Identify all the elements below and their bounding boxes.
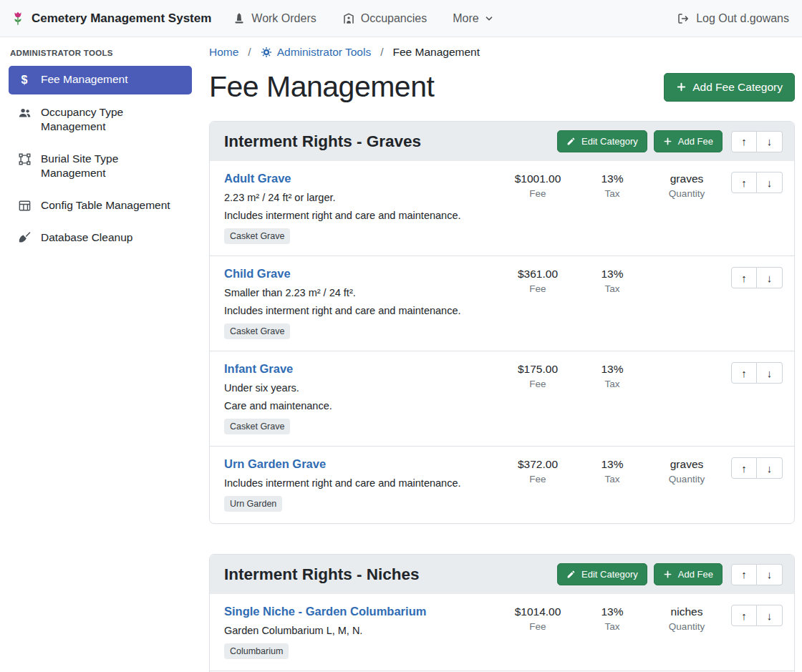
- move-fee-down-button[interactable]: ↓: [757, 267, 783, 288]
- category-title: Interment Rights - Graves: [224, 132, 551, 151]
- dollar-icon: $: [17, 73, 32, 87]
- edit-category-button[interactable]: Edit Category: [557, 130, 647, 152]
- fee-amount: $1014.00: [501, 605, 575, 618]
- categories: Interment Rights - GravesEdit CategoryAd…: [209, 121, 795, 672]
- move-fee-down-button[interactable]: ↓: [757, 362, 783, 384]
- breadcrumb-separator: /: [248, 46, 251, 59]
- sidebar-item-occupancy-type-management[interactable]: Occupancy Type Management: [9, 99, 192, 141]
- logout-label: Log Out d.gowans: [696, 12, 789, 25]
- nav-work-orders[interactable]: Work Orders: [233, 12, 316, 25]
- fee-type-badge: Columbarium: [224, 643, 289, 659]
- fee-tax-label: Tax: [575, 474, 649, 484]
- move-fee-up-button[interactable]: ↑: [731, 267, 757, 288]
- add-fee-category-label: Add Fee Category: [692, 81, 783, 94]
- sidebar-item-label: Database Cleanup: [41, 230, 132, 245]
- fee-row-infant-grave: Infant GraveUnder six years.Care and mai…: [210, 351, 794, 446]
- breadcrumb-admin-tools[interactable]: Administrator Tools: [261, 46, 372, 59]
- arrow-down-icon: ↓: [767, 367, 773, 379]
- fee-name-link[interactable]: Infant Grave: [224, 362, 293, 376]
- move-category-up-button[interactable]: ↑: [731, 564, 757, 585]
- fee-name-link[interactable]: Child Grave: [224, 267, 291, 281]
- fee-reorder-controls: ↑↓: [731, 605, 783, 626]
- arrow-down-icon: ↓: [767, 568, 773, 580]
- edit-category-button[interactable]: Edit Category: [557, 563, 647, 585]
- sidebar-item-database-cleanup[interactable]: Database Cleanup: [9, 224, 192, 252]
- sidebar-item-burial-site-type-management[interactable]: Burial Site Type Management: [9, 145, 192, 188]
- fee-tax: 13%: [575, 605, 649, 618]
- add-fee-category-button[interactable]: Add Fee Category: [664, 73, 795, 102]
- broom-icon: [17, 231, 32, 245]
- fee-name-link[interactable]: Urn Garden Grave: [224, 457, 326, 471]
- category-title: Interment Rights - Niches: [224, 565, 551, 584]
- app-title: Cemetery Management System: [32, 11, 211, 26]
- arrow-up-icon: ↑: [741, 177, 747, 189]
- fee-quantity-col: [649, 362, 724, 366]
- edit-category-label: Edit Category: [581, 569, 638, 580]
- move-fee-up-button[interactable]: ↑: [731, 605, 757, 626]
- arrow-down-icon: ↓: [767, 177, 773, 189]
- fee-row-child-grave: Child GraveSmaller than 2.23 m² / 24 ft²…: [210, 255, 794, 351]
- move-fee-up-button[interactable]: ↑: [731, 362, 757, 384]
- arrow-down-icon: ↓: [767, 610, 773, 622]
- fee-tax: 13%: [575, 268, 649, 281]
- fee-name-link[interactable]: Single Niche - Garden Columbarium: [224, 605, 426, 618]
- person-shelter-icon: [342, 12, 355, 25]
- fee-amount-label: Fee: [501, 188, 575, 199]
- arrow-down-icon: ↓: [767, 135, 773, 147]
- fee-quantity-label: Quantity: [649, 621, 724, 632]
- chevron-down-icon: [485, 14, 493, 23]
- move-category-down-button[interactable]: ↓: [757, 131, 783, 152]
- fee-tax: 13%: [575, 172, 649, 185]
- nav-work-orders-label: Work Orders: [251, 12, 316, 25]
- fee-amount-col: $1014.00Fee: [501, 605, 575, 632]
- fee-category-card-interment-rights-niches: Interment Rights - NichesEdit CategoryAd…: [209, 554, 795, 672]
- fee-quantity: graves: [649, 458, 724, 471]
- arrow-up-icon: ↑: [741, 272, 747, 284]
- move-fee-down-button[interactable]: ↓: [757, 605, 783, 626]
- fee-description: Care and maintenance.: [224, 400, 492, 412]
- fee-tax-label: Tax: [575, 188, 649, 199]
- fee-info: Single Niche - Garden ColumbariumGarden …: [224, 605, 501, 659]
- fee-description: Garden Columbarium L, M, N.: [224, 625, 492, 636]
- nav-occupancies-label: Occupancies: [361, 12, 427, 25]
- move-fee-up-button[interactable]: ↑: [731, 457, 757, 479]
- app-brand: Cemetery Management System: [10, 11, 211, 26]
- pencil-icon: [566, 137, 576, 146]
- fee-quantity-col: [649, 267, 724, 271]
- edit-category-label: Edit Category: [581, 136, 638, 147]
- monument-icon: [233, 12, 246, 25]
- fee-quantity: niches: [649, 605, 724, 618]
- page-title: Fee Management: [209, 70, 434, 104]
- move-fee-down-button[interactable]: ↓: [757, 457, 783, 479]
- gear-icon: [261, 47, 272, 58]
- fee-amount-label: Fee: [501, 283, 575, 294]
- fee-amount-col: $372.00Fee: [501, 457, 575, 484]
- fee-amount: $361.00: [501, 268, 575, 281]
- fee-info: Infant GraveUnder six years.Care and mai…: [224, 362, 501, 434]
- fee-info: Child GraveSmaller than 2.23 m² / 24 ft²…: [224, 267, 501, 339]
- sidebar-item-config-table-management[interactable]: Config Table Management: [9, 192, 192, 220]
- fee-name-link[interactable]: Adult Grave: [224, 172, 291, 185]
- nav-occupancies[interactable]: Occupancies: [342, 12, 427, 25]
- add-fee-button[interactable]: Add Fee: [654, 563, 723, 585]
- category-reorder-controls: ↑↓: [731, 131, 783, 152]
- fee-quantity-col: gravesQuantity: [649, 172, 724, 199]
- fee-tax: 13%: [575, 458, 649, 471]
- move-fee-up-button[interactable]: ↑: [731, 172, 757, 193]
- tulip-logo-icon: [10, 11, 26, 26]
- sidebar-item-fee-management[interactable]: $Fee Management: [9, 66, 192, 94]
- add-fee-label: Add Fee: [678, 136, 713, 147]
- breadcrumb-home[interactable]: Home: [209, 46, 238, 59]
- fee-row-urn-garden-grave: Urn Garden GraveIncludes interment right…: [210, 446, 794, 523]
- nav-more[interactable]: More: [453, 12, 493, 25]
- fee-reorder-controls: ↑↓: [731, 172, 783, 193]
- add-fee-button[interactable]: Add Fee: [654, 130, 723, 152]
- arrow-down-icon: ↓: [767, 272, 773, 284]
- logout-button[interactable]: Log Out d.gowans: [677, 12, 789, 25]
- fee-reorder-controls: ↑↓: [731, 362, 783, 384]
- fee-tax-label: Tax: [575, 283, 649, 294]
- fee-amount: $1001.00: [501, 172, 575, 185]
- move-category-down-button[interactable]: ↓: [757, 564, 783, 585]
- move-category-up-button[interactable]: ↑: [731, 131, 757, 152]
- move-fee-down-button[interactable]: ↓: [757, 172, 783, 193]
